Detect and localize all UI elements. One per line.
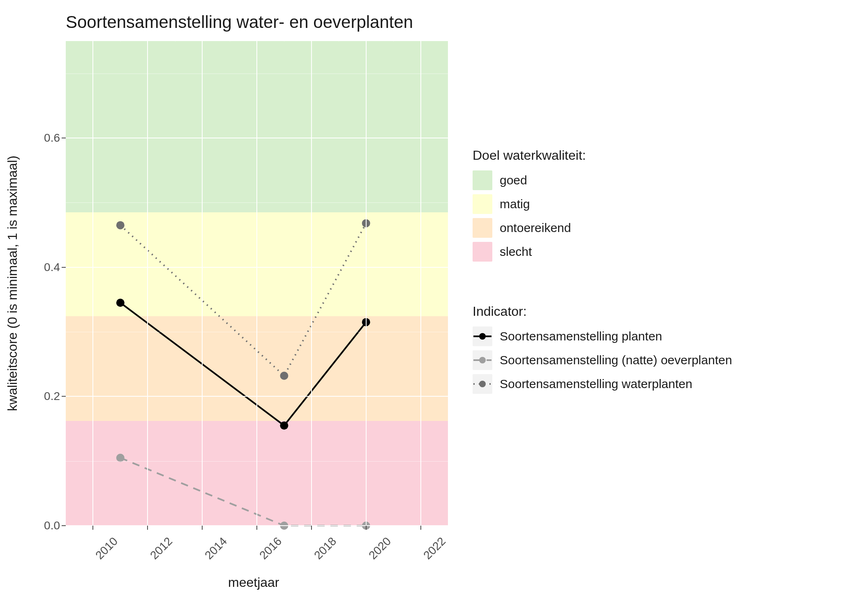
legend-series-item: Soortensamenstelling planten bbox=[473, 326, 732, 346]
data-point bbox=[280, 421, 288, 430]
legend-label: slecht bbox=[500, 245, 532, 259]
data-point bbox=[280, 372, 288, 380]
legend-label: Soortensamenstelling (natte) oeverplante… bbox=[500, 353, 732, 367]
x-tick-label: 2010 bbox=[93, 535, 121, 562]
data-point bbox=[116, 221, 125, 229]
gridline-v-minor bbox=[175, 41, 175, 41]
legend-label: Soortensamenstelling waterplanten bbox=[500, 377, 692, 391]
legend-swatch bbox=[473, 374, 492, 394]
legend-bands: Doel waterkwaliteit: goedmatigontoereike… bbox=[473, 148, 586, 266]
svg-point-3 bbox=[479, 357, 486, 363]
x-tick-mark bbox=[311, 526, 312, 530]
y-tick-label: 0.0 bbox=[44, 519, 60, 532]
gridline-v bbox=[420, 41, 421, 526]
legend-swatch bbox=[473, 170, 492, 190]
series-line bbox=[120, 303, 366, 425]
gridline-v bbox=[92, 41, 93, 526]
legend-swatch bbox=[473, 218, 492, 238]
y-tick-mark bbox=[62, 525, 66, 526]
svg-point-1 bbox=[479, 333, 486, 340]
x-tick-mark bbox=[202, 526, 203, 530]
y-tick-mark bbox=[62, 267, 66, 268]
legend-series-title: Indicator: bbox=[473, 304, 732, 319]
y-tick-label: 0.2 bbox=[44, 390, 60, 403]
gridline-v bbox=[202, 41, 203, 526]
legend-swatch bbox=[473, 350, 492, 370]
x-tick-mark bbox=[92, 526, 93, 530]
legend-band-item: ontoereikend bbox=[473, 218, 586, 238]
legend-bands-title: Doel waterkwaliteit: bbox=[473, 148, 586, 163]
x-tick-label: 2014 bbox=[202, 535, 230, 562]
gridline-v-minor bbox=[339, 41, 339, 41]
legend-label: matig bbox=[500, 197, 530, 211]
legend-series: Indicator: Soortensamenstelling plantenS… bbox=[473, 304, 732, 398]
legend-series-item: Soortensamenstelling waterplanten bbox=[473, 374, 732, 394]
x-tick-mark bbox=[366, 526, 367, 530]
x-tick-label: 2020 bbox=[366, 535, 394, 562]
x-tick-label: 2022 bbox=[421, 535, 448, 562]
gridline-v-minor bbox=[120, 41, 121, 41]
legend-swatch bbox=[473, 326, 492, 346]
series-line bbox=[120, 223, 366, 376]
legend-swatch bbox=[473, 242, 492, 262]
legend-label: goed bbox=[500, 173, 527, 187]
svg-point-5 bbox=[479, 381, 486, 387]
legend-band-item: matig bbox=[473, 194, 586, 214]
y-axis-label: kwaliteitscore (0 is minimaal, 1 is maxi… bbox=[5, 156, 20, 411]
y-tick-label: 0.6 bbox=[44, 131, 60, 145]
series-line bbox=[120, 458, 366, 526]
gridline-v-minor bbox=[284, 41, 284, 41]
gridline-v bbox=[256, 41, 257, 526]
gridline-v-minor bbox=[393, 41, 394, 41]
y-tick-label: 0.4 bbox=[44, 261, 60, 274]
x-tick-label: 2012 bbox=[148, 535, 175, 562]
legend-series-item: Soortensamenstelling (natte) oeverplante… bbox=[473, 350, 732, 370]
y-tick-mark bbox=[62, 138, 66, 138]
legend-band-item: slecht bbox=[473, 242, 586, 262]
gridline-v-minor bbox=[230, 41, 230, 41]
chart-title: Soortensamenstelling water- en oeverplan… bbox=[66, 12, 413, 32]
legend-band-item: goed bbox=[473, 170, 586, 190]
gridline-v bbox=[147, 41, 148, 526]
gridline-v bbox=[366, 41, 367, 526]
plot-area: 0.00.20.40.62010201220142016201820202022 bbox=[66, 41, 448, 526]
x-axis-label: meetjaar bbox=[228, 575, 279, 590]
x-tick-label: 2016 bbox=[257, 535, 284, 562]
x-tick-label: 2018 bbox=[312, 535, 339, 562]
gridline-v bbox=[311, 41, 312, 526]
legend-label: Soortensamenstelling planten bbox=[500, 329, 662, 343]
x-tick-mark bbox=[420, 526, 421, 530]
x-tick-mark bbox=[147, 526, 148, 530]
data-point bbox=[116, 299, 125, 307]
chart-container: Soortensamenstelling water- en oeverplan… bbox=[0, 0, 863, 616]
y-tick-mark bbox=[62, 396, 66, 397]
legend-label: ontoereikend bbox=[500, 221, 571, 235]
legend-swatch bbox=[473, 194, 492, 214]
x-tick-mark bbox=[256, 526, 257, 530]
